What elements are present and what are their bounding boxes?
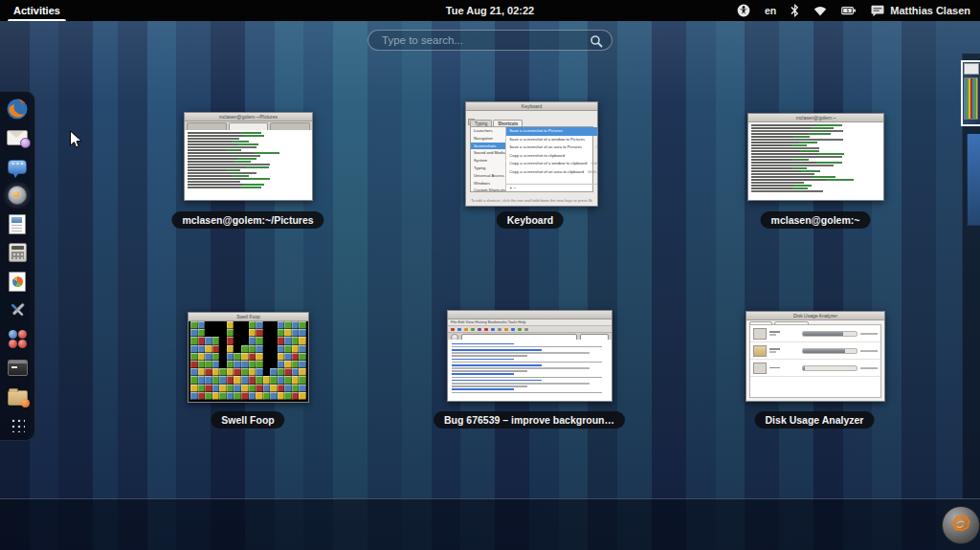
window-title-label: Keyboard [497, 211, 564, 229]
category-item[interactable]: Launchers [471, 127, 505, 135]
usage-bar [802, 331, 858, 337]
terminal-output [185, 130, 312, 200]
category-item[interactable]: Sound and Media [471, 149, 505, 157]
search-bar[interactable]: Type to search... [368, 30, 612, 51]
window-swell-foop[interactable]: Swell Foop [188, 312, 309, 403]
disk-usage-pie-icon [9, 272, 26, 292]
app-grid-icon [11, 418, 25, 432]
dock-item-empathy[interactable] [5, 155, 30, 178]
rhythmbox-icon [8, 186, 27, 205]
mini-window [964, 63, 979, 75]
terminal-output [748, 122, 883, 200]
flame-creature-icon [948, 513, 973, 538]
shortcut-row[interactable]: Copy a screenshot of an area to clipboar… [506, 168, 598, 177]
overview-bottom-dim [0, 498, 980, 550]
browser-bookmarks-bar [448, 326, 612, 333]
shortcut-row[interactable]: Save a screenshot of an area to Pictures… [506, 143, 598, 152]
show-applications-button[interactable] [5, 413, 30, 436]
usage-bar [802, 365, 858, 371]
window-title-label: Bug 676539 – improve backgroun… [434, 411, 625, 429]
window-titlebar: Disk Usage Analyzer [746, 312, 884, 320]
chat-icon [871, 5, 884, 17]
home-folder-icon [753, 345, 767, 357]
window-titlebar: mclasen@golem:~/Pictures [185, 113, 312, 121]
window-titlebar: Keyboard [466, 102, 597, 111]
window-keyboard-settings[interactable]: Keyboard Typing Shortcuts Launchers Navi… [465, 101, 598, 207]
browser-menu-bar: File Edit View History Bookmarks Tools H… [448, 319, 612, 326]
window-titlebar [448, 311, 612, 319]
terminal-icon [8, 360, 28, 376]
shortcut-row[interactable]: Copy a screenshot of a window to clipboa… [506, 160, 598, 168]
swell-foop-balls-icon [9, 330, 27, 348]
volume-row[interactable] [750, 360, 880, 377]
window-terminal-pictures[interactable]: mclasen@golem:~/Pictures [184, 112, 313, 201]
category-item[interactable]: Universal Access [471, 172, 505, 180]
tools-icon [8, 300, 27, 319]
user-menu[interactable]: Matthias Clasen [871, 5, 970, 17]
add-remove-shortcut-buttons[interactable]: + − [506, 184, 598, 191]
workspace-thumbnail-active[interactable] [961, 60, 980, 126]
window-titlebar: mclasen@golem:~ [748, 114, 883, 122]
window-terminal-home[interactable]: mclasen@golem:~ [747, 113, 884, 201]
evolution-icon [7, 130, 28, 145]
category-item[interactable]: Windows [471, 180, 505, 187]
battery-icon[interactable] [841, 5, 857, 16]
window-titlebar: Swell Foop [189, 313, 308, 321]
drive-icon [753, 363, 767, 374]
category-item[interactable]: Typing [471, 165, 505, 172]
wallpaper [0, 21, 980, 550]
keyboard-shortcuts-panel: Launchers Navigation Screenshots Sound a… [470, 126, 593, 192]
empathy-chat-icon [8, 160, 27, 174]
search-icon [590, 34, 603, 48]
system-status-area: en Matthias Clasen [737, 4, 980, 17]
folder-icon [8, 390, 28, 406]
category-item[interactable]: Navigation [471, 135, 505, 143]
wifi-icon[interactable] [813, 5, 827, 16]
dock-item-rhythmbox[interactable] [5, 184, 30, 207]
volume-list [749, 324, 881, 398]
workspace-thumbnail-2[interactable] [967, 133, 980, 226]
keyboard-window-icon-row [466, 111, 597, 119]
shortcut-row[interactable]: Save a screenshot of a window to Picture… [506, 136, 598, 144]
clock[interactable]: Tue Aug 21, 02:22 [446, 5, 534, 16]
dock-item-files[interactable] [5, 385, 30, 407]
shortcut-row[interactable]: Copy a screenshot to clipboardCtrl+Print [506, 152, 598, 161]
window-firefox-bugzilla[interactable]: File Edit View History Bookmarks Tools H… [447, 310, 612, 402]
dock-item-tweak-tool[interactable] [5, 298, 30, 321]
top-bar: Activities Tue Aug 21, 02:22 en Matthias… [0, 0, 980, 21]
volume-row[interactable] [750, 325, 880, 342]
dock-item-swell-foop[interactable] [5, 327, 30, 350]
usage-bar [802, 348, 858, 354]
window-title-label: mclasen@golem:~/Pictures [171, 211, 323, 229]
dock-item-calculator[interactable] [5, 241, 30, 264]
bluetooth-icon[interactable] [791, 4, 799, 17]
keyboard-layout-indicator[interactable]: en [765, 5, 776, 16]
dock-item-disk-usage-analyzer[interactable] [5, 270, 30, 293]
dock-item-libreoffice-writer[interactable] [5, 212, 30, 235]
dock-item-terminal[interactable] [5, 356, 30, 379]
window-disk-usage-analyzer[interactable]: Disk Usage Analyzer [746, 311, 885, 402]
activities-button[interactable]: Activities [10, 0, 64, 21]
window-title-label: Swell Foop [211, 411, 284, 429]
shortcut-categories-list: Launchers Navigation Screenshots Sound a… [471, 127, 506, 191]
message-tray-notification-button[interactable] [942, 506, 980, 544]
wallpaper-shade [0, 21, 980, 550]
window-title-label: Disk Usage Analyzer [755, 411, 875, 429]
shortcut-rows: Save a screenshot to PicturesPrint Save … [506, 127, 598, 191]
gnome-shell-overview: Activities Tue Aug 21, 02:22 en Matthias… [0, 0, 980, 550]
writer-document-icon [9, 214, 26, 234]
dash-dock [0, 91, 35, 441]
shortcut-row-selected[interactable]: Save a screenshot to PicturesPrint [506, 127, 598, 136]
computer-icon [753, 328, 767, 340]
category-item[interactable]: System [471, 157, 505, 165]
window-title-label: mclasen@golem:~ [761, 211, 871, 229]
category-item[interactable]: Custom Shortcuts [471, 187, 505, 194]
size-text [860, 367, 878, 369]
search-placeholder: Type to search... [382, 34, 463, 46]
volume-row[interactable] [750, 342, 880, 360]
dock-item-firefox[interactable] [5, 98, 30, 121]
category-item-selected[interactable]: Screenshots [471, 143, 505, 150]
dock-item-evolution[interactable] [5, 126, 30, 149]
accessibility-icon[interactable] [737, 4, 750, 17]
size-text [860, 333, 878, 335]
